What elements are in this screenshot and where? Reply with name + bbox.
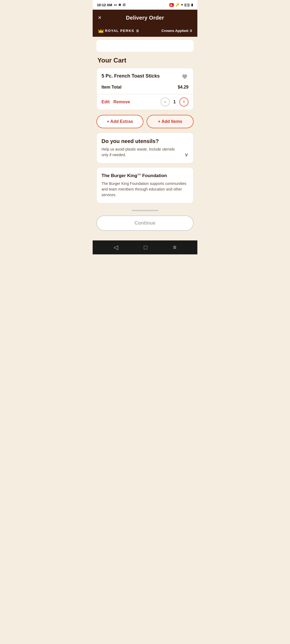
crowns-applied-label: Crowns Applied: (161, 29, 189, 33)
svg-point-2 (103, 30, 104, 30)
foundation-card: The Burger KingSM Foundation The Burger … (96, 167, 194, 203)
scroll-pill (132, 210, 158, 211)
bottom-nav: ◁ □ ≡ (93, 240, 197, 254)
cart-item-name: 5 Pc. French Toast Sticks (102, 73, 178, 79)
utensils-body: Help us avoid plastic waste. Include ute… (102, 147, 189, 158)
add-extras-button[interactable]: + Add Extras (96, 115, 143, 128)
back-nav-icon[interactable]: ◁ (114, 244, 118, 251)
edit-button[interactable]: Edit (102, 100, 110, 104)
svg-point-0 (98, 30, 99, 30)
utensils-card: Do you need utensils? Help us avoid plas… (96, 133, 194, 163)
perks-left: ROYAL PERKS 0 (98, 28, 139, 33)
add-items-button[interactable]: + Add Items (147, 115, 194, 128)
item-total-label: Item Total (102, 85, 121, 90)
add-buttons-row: + Add Extras + Add Items (93, 114, 197, 133)
status-time: 10:12 AM (97, 3, 112, 7)
main-content: Your Cart 5 Pc. French Toast Sticks Item… (93, 40, 197, 240)
utensils-title: Do you need utensils? (102, 138, 189, 144)
crown-icon (98, 29, 104, 33)
cart-item-total-row: Item Total $4.29 (97, 83, 193, 94)
bluetooth-icon: ⌖ (181, 3, 183, 7)
foundation-title-start: The Burger King (102, 173, 137, 178)
heart-icon[interactable] (181, 73, 189, 80)
wifi-icon: ((·)) (184, 3, 190, 7)
cart-actions: Edit Remove (102, 100, 130, 104)
crowns-applied-value: 0 (190, 29, 192, 33)
cart-item-top: 5 Pc. French Toast Sticks (97, 68, 193, 83)
royal-perks-logo: ROYAL PERKS (98, 29, 134, 33)
scroll-indicator (93, 207, 197, 214)
close-button[interactable]: × (98, 14, 102, 21)
cart-item-bottom: Edit Remove − 1 + (97, 94, 193, 110)
foundation-superscript: SM (137, 173, 141, 176)
utensils-description: Help us avoid plastic waste. Include ute… (102, 147, 184, 158)
item-total-price: $4.29 (178, 85, 189, 90)
your-cart-heading: Your Cart (93, 54, 197, 68)
quantity-control: − 1 + (161, 97, 189, 107)
svg-point-1 (101, 29, 102, 30)
perks-count: 0 (136, 28, 139, 33)
chevron-down-icon[interactable]: ∨ (184, 151, 189, 158)
foundation-title: The Burger KingSM Foundation (102, 173, 189, 179)
page-title: Delivery Order (126, 15, 164, 21)
perks-right: Crowns Applied: 0 (161, 29, 192, 33)
home-nav-icon[interactable]: □ (144, 244, 147, 251)
menu-nav-icon[interactable]: ≡ (173, 244, 176, 251)
quantity-value: 1 (172, 100, 177, 104)
svg-rect-3 (99, 32, 103, 33)
top-partial-card (96, 40, 194, 52)
perks-logo-text: ROYAL PERKS (105, 29, 134, 33)
header: × Delivery Order (93, 10, 197, 26)
foundation-title-end: Foundation (141, 173, 167, 178)
cart-item-card: 5 Pc. French Toast Sticks Item Total $4.… (96, 68, 194, 110)
instagram-icon: ⊛ (118, 3, 121, 7)
camera-icon: ▭ (114, 3, 117, 7)
perks-bar: ROYAL PERKS 0 Crowns Applied: 0 (93, 26, 197, 37)
status-bar: 10:12 AM ▭ ⊛ ⊡ ▶ 🔑 ⌖ ((·)) ▮ (93, 0, 197, 10)
continue-button[interactable]: Continue (96, 215, 194, 231)
quantity-increase-button[interactable]: + (179, 97, 189, 107)
status-right: ▶ 🔑 ⌖ ((·)) ▮ (169, 3, 193, 7)
foundation-description: The Burger King Foundation supports comm… (102, 181, 189, 198)
video-icon: ▶ (169, 3, 174, 7)
quantity-decrease-button[interactable]: − (161, 97, 170, 107)
wallet-icon: ⊡ (123, 3, 125, 7)
battery-icon: ▮ (191, 3, 193, 7)
status-left: 10:12 AM ▭ ⊛ ⊡ (97, 3, 125, 7)
key-icon: 🔑 (175, 3, 179, 7)
remove-button[interactable]: Remove (113, 100, 130, 104)
